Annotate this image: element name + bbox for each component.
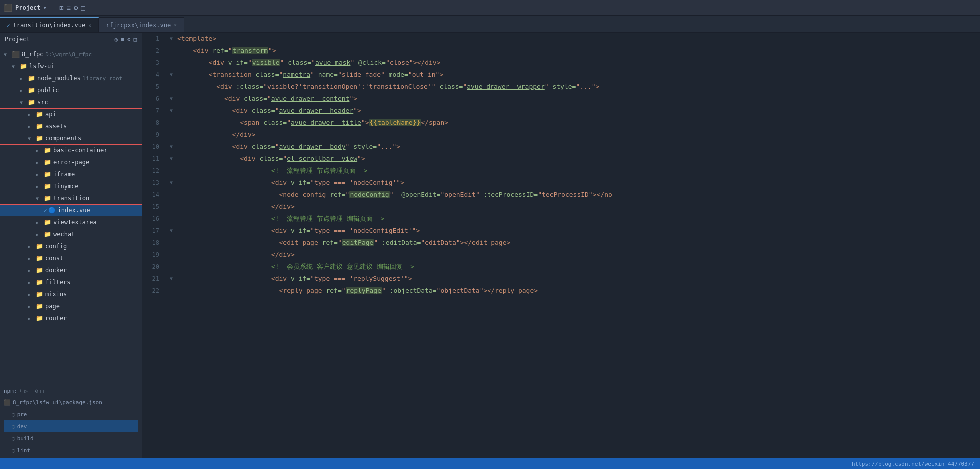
tree-item-lsfw-ui[interactable]: ▼ 📁 lsfw-ui xyxy=(0,60,142,72)
script-label: build xyxy=(17,435,34,442)
tree-item-tinymce[interactable]: ▶ 📁 Tinymce xyxy=(0,180,142,192)
code-content: <transition class="nametra" name="slide-… xyxy=(175,69,980,81)
tree-item-iframe[interactable]: ▶ 📁 iframe xyxy=(0,168,142,180)
tree-label: error-page xyxy=(53,159,89,166)
fold-gutter[interactable]: ▼ xyxy=(167,273,175,285)
code-line-8: 8 <span class="avue-drawer__title">{{tab… xyxy=(142,117,980,129)
tree-item-config[interactable]: ▶ 📁 config xyxy=(0,240,142,252)
arrow-icon: ▼ xyxy=(12,64,20,69)
code-content: <div :class="visible?'transitionOpen':'t… xyxy=(175,81,980,93)
folder-icon: 📁 xyxy=(44,171,51,178)
fold-gutter[interactable]: ▼ xyxy=(167,105,175,117)
folder-icon: 📁 xyxy=(28,87,35,94)
tree-item-assets[interactable]: ▶ 📁 assets xyxy=(0,120,142,132)
code-line-4: 4 ▼ <transition class="nametra" name="sl… xyxy=(142,69,980,81)
tree-item-public[interactable]: ▶ 📁 public xyxy=(0,84,142,96)
line-number: 21 xyxy=(142,273,167,285)
line-number: 13 xyxy=(142,177,167,189)
code-content: <!--流程管理-节点管理页面--> xyxy=(175,165,980,177)
fold-gutter[interactable]: ▼ xyxy=(167,177,175,189)
tree-item-node-modules[interactable]: ▶ 📁 node_modules library root xyxy=(0,72,142,84)
npm-script-dev[interactable]: ○ dev xyxy=(4,420,138,432)
tab-close-button[interactable]: × xyxy=(174,22,177,28)
status-bar: https://blog.csdn.net/weixin_44770377 xyxy=(0,458,980,469)
tree-item-const[interactable]: ▶ 📁 const xyxy=(0,252,142,264)
line-number: 9 xyxy=(142,129,167,141)
layout-icon[interactable]: ⊞ xyxy=(59,4,63,12)
tree-item-src[interactable]: ▼ 📁 src xyxy=(0,96,142,108)
code-area[interactable]: 1 ▼ <template> 2 <div ref="transform"> 3… xyxy=(142,33,980,458)
settings-icon[interactable]: ≡ xyxy=(66,4,70,12)
line-number: 8 xyxy=(142,117,167,129)
line-number: 15 xyxy=(142,201,167,213)
line-number: 17 xyxy=(142,225,167,237)
folder-icon: 📁 xyxy=(36,243,43,250)
project-icon: ⬛ xyxy=(4,4,12,12)
code-line-22: 22 <reply-page ref="replyPage" :objectDa… xyxy=(142,285,980,297)
line-number: 7 xyxy=(142,105,167,117)
project-label[interactable]: Project xyxy=(15,4,41,11)
npm-settings-icon[interactable]: ⚙ xyxy=(35,388,38,394)
folder-icon: 📁 xyxy=(36,111,43,118)
npm-run-icon[interactable]: ▷ xyxy=(24,388,28,394)
npm-add-icon[interactable]: + xyxy=(19,388,23,394)
sidebar-locate-icon[interactable]: ◎ xyxy=(115,36,118,43)
code-line-6: 6 ▼ <div class="avue-drawer__content"> xyxy=(142,93,980,105)
arrow-icon: ▶ xyxy=(28,244,36,249)
fold-gutter[interactable]: ▼ xyxy=(167,93,175,105)
tree-item-root[interactable]: ▼ ⬛ 8_rfpc D:\wqrm\8_rfpc xyxy=(0,48,142,60)
tree-item-transition[interactable]: ▼ 📁 transition xyxy=(0,192,142,204)
tree-path: D:\wqrm\8_rfpc xyxy=(45,51,92,58)
tree-item-viewtextarea[interactable]: ▶ 📁 viewTextarea xyxy=(0,216,142,228)
tree-item-mixins[interactable]: ▶ 📁 mixins xyxy=(0,288,142,300)
sidebar-settings-icon[interactable]: ⚙ xyxy=(127,36,131,43)
arrow-icon: ▶ xyxy=(20,88,28,93)
sidebar-collapse-icon[interactable]: ≡ xyxy=(121,36,124,43)
code-line-12: 12 <!--流程管理-节点管理页面--> xyxy=(142,165,980,177)
fold-gutter[interactable]: ▼ xyxy=(167,225,175,237)
tree-item-filters[interactable]: ▶ 📁 filters xyxy=(0,276,142,288)
tab-close-button[interactable]: × xyxy=(88,23,91,28)
line-number: 12 xyxy=(142,165,167,177)
line-number: 22 xyxy=(142,285,167,297)
line-number: 14 xyxy=(142,189,167,201)
tab-transition-index[interactable]: ✓ transition\index.vue × xyxy=(0,17,99,32)
npm-package-json[interactable]: ⬛ 8_rfpc\lsfw-ui\package.json xyxy=(4,396,138,408)
npm-script-pre[interactable]: ○ pre xyxy=(4,408,138,420)
tree-item-page[interactable]: ▶ 📁 page xyxy=(0,300,142,312)
code-content: <div v-if="type === 'nodeConfig'"> xyxy=(175,177,980,189)
npm-debug-icon[interactable]: ≡ xyxy=(30,388,33,394)
tree-item-components[interactable]: ▼ 📁 components xyxy=(0,132,142,144)
project-dropdown-icon[interactable]: ▼ xyxy=(44,5,46,10)
collapse-icon[interactable]: ◫ xyxy=(81,4,85,12)
tree-item-router[interactable]: ▶ 📁 router xyxy=(0,312,142,324)
title-bar: ⬛ Project ▼ ⊞ ≡ ⚙ ◫ xyxy=(0,0,980,16)
circle-icon: ○ xyxy=(12,447,15,454)
npm-script-lint[interactable]: ○ lint xyxy=(4,444,138,456)
sidebar-title: Project xyxy=(5,36,30,43)
folder-icon: 📁 xyxy=(44,195,51,202)
tree-item-wechat[interactable]: ▶ 📁 wechat xyxy=(0,228,142,240)
arrow-icon: ▶ xyxy=(28,304,36,309)
npm-script-build[interactable]: ○ build xyxy=(4,432,138,444)
fold-gutter[interactable]: ▼ xyxy=(167,153,175,165)
folder-icon: 📁 xyxy=(36,303,43,310)
tab-rfjrcpxx-index[interactable]: rfjrcpxx\index.vue × xyxy=(99,17,184,32)
tree-item-basic-container[interactable]: ▶ 📁 basic-container xyxy=(0,144,142,156)
code-line-13: 13 ▼ <div v-if="type === 'nodeConfig'"> xyxy=(142,177,980,189)
tree-label: basic-container xyxy=(53,147,107,154)
tree-item-error-page[interactable]: ▶ 📁 error-page xyxy=(0,156,142,168)
tree-item-docker[interactable]: ▶ 📁 docker xyxy=(0,264,142,276)
tree-item-api[interactable]: ▶ 📁 api xyxy=(0,108,142,120)
arrow-icon: ▶ xyxy=(36,232,44,237)
fold-gutter[interactable]: ▼ xyxy=(167,69,175,81)
sidebar-hide-icon[interactable]: ◫ xyxy=(133,36,137,43)
npm-hide-icon[interactable]: ◫ xyxy=(40,388,44,394)
package-icon: ⬛ xyxy=(4,399,11,406)
fold-gutter[interactable]: ▼ xyxy=(167,33,175,45)
tree-item-index-vue[interactable]: ✓ 🔵 index.vue xyxy=(0,204,142,216)
folder-icon: 📁 xyxy=(20,63,27,70)
fold-gutter[interactable]: ▼ xyxy=(167,141,175,153)
arrow-icon: ▶ xyxy=(28,280,36,285)
gear-icon[interactable]: ⚙ xyxy=(74,4,78,12)
